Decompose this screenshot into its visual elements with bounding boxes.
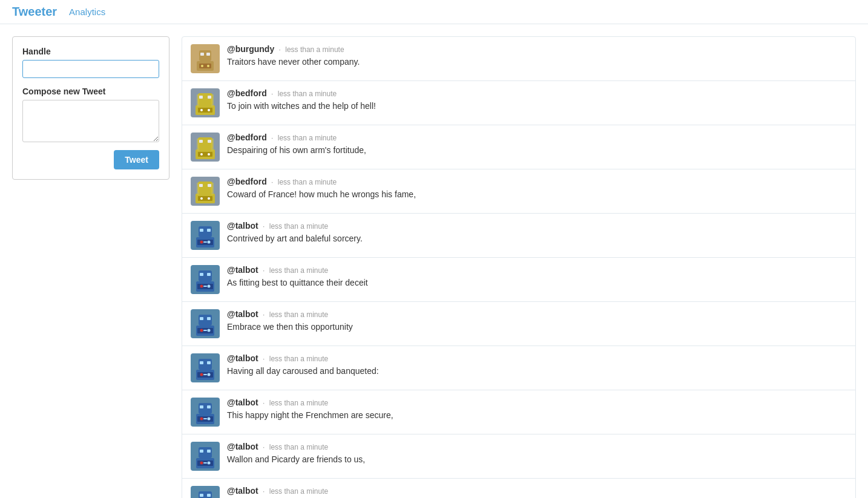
svg-point-63 — [208, 329, 211, 332]
avatar — [191, 221, 220, 250]
tweet-dot: · — [261, 443, 267, 451]
tweet-header: @talbot · less than a minute — [227, 486, 847, 496]
svg-rect-11 — [208, 96, 211, 99]
tweet-handle: @talbot — [227, 353, 258, 363]
tweet-time: less than a minute — [269, 310, 328, 319]
tweet-text: Despairing of his own arm's fortitude, — [227, 145, 847, 157]
avatar — [191, 486, 220, 498]
svg-rect-35 — [198, 196, 212, 201]
svg-point-36 — [200, 197, 203, 200]
svg-rect-21 — [208, 140, 211, 143]
tweet-time: less than a minute — [278, 178, 337, 186]
tweet-header: @talbot · less than a minute — [227, 353, 847, 363]
tweet-time: less than a minute — [269, 222, 328, 231]
svg-rect-49 — [200, 273, 203, 276]
tweet-dot: · — [261, 355, 267, 363]
tweet-time: less than a minute — [269, 355, 328, 363]
tweet-body: @burgundy · less than a minuteTraitors h… — [227, 44, 847, 68]
svg-point-72 — [208, 373, 211, 376]
svg-point-17 — [208, 109, 210, 111]
avatar — [191, 309, 220, 338]
svg-rect-2 — [200, 53, 204, 56]
tweet-body: @bedford · less than a minuteCoward of F… — [227, 177, 847, 201]
svg-rect-95 — [207, 494, 211, 497]
tweet-text: As fitting best to quittance their decei… — [227, 277, 847, 289]
svg-rect-14 — [211, 94, 214, 106]
tweet-item: @talbot · less than a minuteThis happy n… — [182, 390, 855, 434]
tweet-text: Embrace we then this opportunity — [227, 321, 847, 333]
compose-panel: Handle Compose new Tweet Tweet — [12, 36, 169, 180]
tweet-body: @bedford · less than a minuteDespairing … — [227, 133, 847, 157]
nav-analytics-link[interactable]: Analytics — [69, 7, 105, 17]
tweet-time: less than a minute — [278, 134, 337, 142]
tweet-text: Coward of France! how much he wrongs his… — [227, 189, 847, 201]
app-title[interactable]: Tweeter — [12, 5, 57, 19]
svg-rect-76 — [200, 405, 203, 408]
svg-point-71 — [200, 373, 203, 376]
tweet-handle: @bedford — [227, 88, 267, 98]
svg-point-53 — [200, 285, 203, 288]
tweet-dot: · — [261, 310, 267, 319]
tweet-handle: @bedford — [227, 177, 267, 186]
tweet-handle: @bedford — [227, 133, 267, 142]
svg-rect-29 — [198, 182, 212, 194]
svg-point-80 — [200, 418, 203, 421]
svg-rect-30 — [199, 184, 203, 187]
avatar — [191, 88, 220, 117]
handle-label: Handle — [22, 47, 159, 56]
tweet-text: Having all day caroused and banqueted: — [227, 365, 847, 378]
svg-rect-64 — [203, 330, 207, 331]
tweet-body: @talbot · less than a minuteWallon and P… — [227, 442, 847, 466]
tweet-button[interactable]: Tweet — [114, 150, 159, 169]
tweet-body: @talbot · less than a minuteContrived by… — [227, 221, 847, 245]
tweet-dot: · — [269, 134, 275, 142]
handle-input[interactable] — [22, 60, 159, 78]
avatar — [191, 265, 220, 294]
tweet-item: @talbot · less than a minuteContrived by… — [182, 214, 855, 258]
svg-rect-41 — [207, 229, 211, 232]
svg-rect-20 — [199, 140, 203, 143]
tweet-dot: · — [277, 45, 283, 54]
tweet-header: @talbot · less than a minute — [227, 309, 847, 319]
tweet-handle: @talbot — [227, 486, 258, 496]
svg-rect-13 — [197, 94, 199, 106]
svg-rect-34 — [211, 183, 214, 195]
tweet-dot: · — [269, 178, 275, 186]
svg-point-44 — [200, 241, 203, 244]
svg-rect-86 — [207, 450, 211, 453]
svg-rect-9 — [198, 93, 212, 105]
avatar — [191, 177, 220, 206]
svg-point-26 — [200, 153, 203, 156]
svg-rect-59 — [207, 317, 211, 320]
tweet-handle: @burgundy — [227, 44, 274, 54]
tweet-textarea[interactable] — [22, 100, 159, 142]
tweet-dot: · — [261, 222, 267, 231]
avatar — [191, 353, 220, 382]
svg-point-16 — [200, 109, 203, 111]
svg-point-27 — [208, 153, 210, 156]
tweet-time: less than a minute — [285, 45, 344, 54]
svg-rect-46 — [203, 241, 207, 243]
svg-rect-31 — [208, 184, 211, 187]
svg-point-62 — [200, 329, 203, 332]
svg-point-89 — [200, 462, 203, 465]
svg-rect-40 — [200, 229, 203, 232]
svg-rect-25 — [198, 152, 212, 157]
tweet-feed: @burgundy · less than a minuteTraitors h… — [182, 36, 856, 498]
svg-rect-94 — [200, 494, 203, 497]
svg-rect-55 — [203, 286, 207, 287]
compose-label: Compose new Tweet — [22, 87, 159, 96]
tweet-header: @bedford · less than a minute — [227, 88, 847, 98]
svg-rect-50 — [207, 273, 211, 276]
header: Tweeter Analytics — [0, 0, 868, 24]
tweet-dot: · — [261, 487, 267, 496]
tweet-time: less than a minute — [269, 399, 328, 407]
svg-rect-15 — [198, 108, 212, 113]
tweet-header: @burgundy · less than a minute — [227, 44, 847, 54]
tweet-body: @talbot · less than a minuteHaving all d… — [227, 353, 847, 378]
tweet-time: less than a minute — [278, 90, 337, 98]
tweet-button-row: Tweet — [22, 150, 159, 169]
svg-point-7 — [207, 65, 209, 67]
avatar — [191, 44, 220, 73]
tweet-body: @talbot · less than a minuteAs fitting b… — [227, 265, 847, 289]
